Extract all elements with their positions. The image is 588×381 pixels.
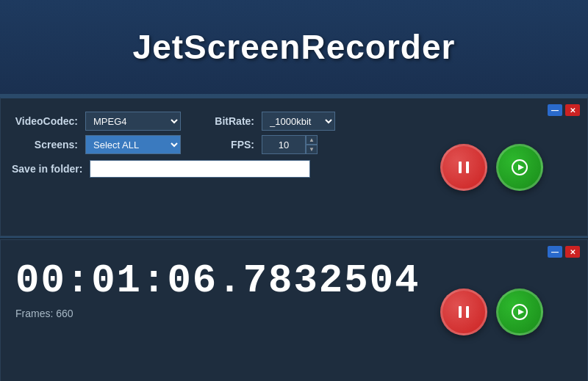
bitrate-label: BitRate: (188, 115, 254, 127)
fps-down-button[interactable]: ▼ (306, 145, 318, 154)
top-control-panel: — ✕ VideoCodec: MPEG4 H264 VP8 VP9 BitRa… (0, 97, 588, 236)
fps-up-button[interactable]: ▲ (306, 135, 318, 145)
window-controls-top: — ✕ (548, 104, 580, 116)
play-button-top[interactable] (496, 144, 543, 191)
pause-button-bottom[interactable] (440, 289, 487, 335)
svg-rect-1 (466, 162, 469, 173)
pause-icon-bottom (455, 303, 473, 321)
svg-rect-4 (459, 306, 462, 318)
bitrate-select[interactable]: _500kbit _1000kbit _2000kbit _4000kbit (262, 112, 335, 131)
screens-label: Screens: (12, 139, 78, 150)
window-controls-bottom: — ✕ (548, 246, 580, 258)
screens-select[interactable]: Select ALL (85, 135, 181, 154)
pause-button-top[interactable] (440, 144, 487, 191)
action-buttons-top (440, 144, 543, 191)
svg-rect-0 (459, 162, 462, 173)
play-icon-bottom (511, 303, 528, 321)
play-icon-top (511, 159, 528, 176)
fps-label: FPS: (188, 139, 254, 150)
bottom-timer-panel: — ✕ 00:01:06.7832504 Frames: 660 (0, 239, 588, 381)
svg-marker-3 (518, 164, 524, 170)
action-buttons-bottom (440, 289, 543, 335)
minimize-button-top[interactable]: — (548, 104, 562, 116)
panel-divider-2 (0, 236, 588, 238)
codec-label: VideoCodec: (12, 115, 78, 127)
save-folder-label: Save in folder: (12, 163, 82, 175)
minimize-button-bottom[interactable]: — (548, 246, 562, 258)
svg-marker-7 (518, 309, 524, 315)
header: JetScreenRecorder (0, 0, 588, 95)
pause-icon-top (455, 159, 473, 176)
codec-select[interactable]: MPEG4 H264 VP8 VP9 (85, 112, 181, 131)
close-button-bottom[interactable]: ✕ (565, 246, 580, 258)
fps-input[interactable] (262, 135, 306, 154)
close-button-top[interactable]: ✕ (565, 104, 580, 116)
save-folder-input[interactable] (90, 160, 310, 178)
fps-spinners: ▲ ▼ (306, 135, 318, 154)
fps-container: ▲ ▼ (262, 135, 318, 154)
codec-row: VideoCodec: MPEG4 H264 VP8 VP9 BitRate: … (12, 112, 576, 131)
svg-rect-5 (466, 306, 469, 318)
app-title: JetScreenRecorder (133, 27, 456, 67)
play-button-bottom[interactable] (496, 289, 543, 335)
